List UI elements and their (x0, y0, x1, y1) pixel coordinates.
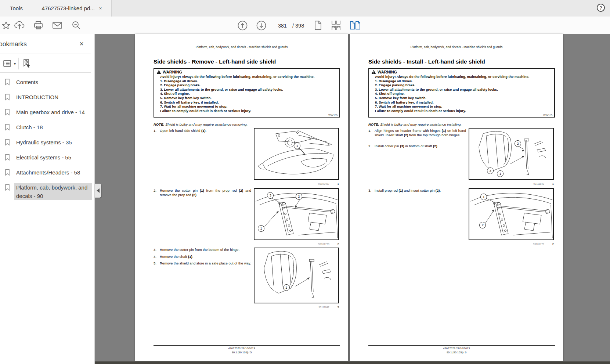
divider (368, 57, 555, 57)
page-down-icon[interactable] (255, 19, 267, 31)
bookmark-item-label: Electrical systems - 55 (14, 153, 92, 162)
warning-body: Avoid injury! Always do the following be… (369, 75, 554, 113)
warning-line: 2. Engage parking brake. (375, 83, 551, 88)
warning-box: WARNING Avoid injury! Always do the foll… (368, 68, 555, 118)
figure-caption: 93101779 2 (469, 242, 554, 246)
collapse-panel-button[interactable] (95, 184, 101, 198)
figure-caption: 93103487 1 (254, 182, 339, 185)
bookmark-icon (4, 154, 11, 163)
figure-callout: 3 (267, 192, 274, 199)
note-text: NOTE: Shield is bulky and may require as… (368, 122, 486, 126)
divider (368, 345, 555, 346)
bookmark-item-label: Clutch - 18 (14, 123, 92, 131)
warning-line: Avoid injury! Always do the following be… (160, 75, 336, 79)
warning-line: 1. Disengage all drives. (160, 79, 336, 84)
bookmark-item[interactable]: Contents (0, 75, 92, 90)
horizontal-scrollbar[interactable] (95, 361, 610, 364)
email-icon[interactable] (51, 19, 63, 31)
step-number: 4. (154, 255, 160, 259)
help-icon[interactable]: ? (597, 4, 605, 12)
tab-document-label: 47627573-linked pd... (42, 5, 95, 11)
figure-callout: 3 (487, 167, 494, 174)
figure-number: 1 (338, 182, 339, 185)
add-bookmark-icon[interactable] (21, 58, 32, 69)
bookmark-icon (4, 184, 11, 193)
footer-page-ref: 90.1 [90.105] / 5 (135, 351, 348, 354)
tab-tools-label: Tools (10, 5, 23, 11)
print-icon[interactable] (32, 19, 44, 31)
tab-tools[interactable]: Tools (0, 0, 33, 17)
bookmarks-panel: ookmarks × ▼ ContentsINTRODUCTIONMain ge… (0, 34, 95, 364)
bookmark-item[interactable]: Clutch - 18 (0, 120, 92, 136)
bookmark-item[interactable]: Main gearbox and drive - 14 (0, 105, 92, 120)
bookmark-item[interactable]: Hydraulic systems - 35 (0, 136, 92, 151)
page-up-icon[interactable] (237, 19, 248, 31)
tab-bar: Tools 47627573-linked pd... × ? (0, 0, 610, 17)
close-panel-icon[interactable]: × (77, 39, 86, 48)
figure-number: 1 (552, 182, 554, 185)
figure: 1 (254, 128, 339, 180)
step-number: 2. (368, 144, 375, 148)
bookmarks-panel-title: ookmarks (0, 40, 27, 48)
bookmark-icon (4, 139, 11, 148)
warning-line: 4. Shut off engine. (375, 92, 551, 96)
pdf-page-left: Platform, cab, bodywork, and decals - Ma… (135, 34, 348, 361)
warning-body: Avoid injury! Always do the following be… (154, 75, 339, 113)
footer-page-ref: 90.1 [90.105] / 6 (350, 351, 563, 354)
step-number: 1. (368, 129, 375, 137)
warning-line: 5. Remove key from key switch. (160, 96, 336, 101)
bookmark-item[interactable]: INTRODUCTION (0, 90, 92, 105)
zoom-icon[interactable] (71, 19, 82, 31)
page-running-header: Platform, cab, bodywork, and decals - Ma… (350, 45, 563, 49)
bookmark-icon (4, 124, 11, 133)
options-icon[interactable] (2, 58, 13, 69)
bookmark-icon (4, 169, 11, 178)
bookmark-item-label: Contents (14, 78, 92, 86)
step-number: 1. (154, 129, 160, 133)
bookmark-item-label: Attachments/Headers - 58 (14, 168, 92, 177)
page-number-input[interactable] (275, 21, 290, 30)
chevron-down-icon[interactable]: ▼ (13, 62, 17, 66)
tab-close-icon[interactable]: × (98, 6, 103, 11)
footer-doc-ref: 47627573 27/10/2013 (135, 347, 348, 350)
bookmark-icon (4, 94, 11, 103)
warning-box: WARNING Avoid injury! Always do the foll… (154, 68, 340, 118)
bookmarks-list: ContentsINTRODUCTIONMain gearbox and dri… (0, 75, 92, 203)
divider (154, 345, 340, 346)
figure-ref: 93103487 (318, 183, 329, 185)
bookmark-item[interactable]: Platform, cab, bodywork, and decals - 90 (0, 181, 92, 203)
warning-line: 3. Lower all attachments to the ground, … (160, 88, 336, 92)
tab-document[interactable]: 47627573-linked pd... × (33, 0, 112, 17)
step-number: 3. (154, 248, 160, 252)
figure-callout: 2 (479, 222, 486, 228)
warning-line: 7. Wait for all machine movement to stop… (160, 105, 336, 109)
step-text: Remove the cotter pin (1) from the prop … (160, 188, 251, 197)
bookmark-item[interactable]: Attachments/Headers - 58 (0, 166, 92, 181)
warning-icon (371, 70, 376, 74)
warning-line: 1. Disengage all drives. (375, 79, 551, 84)
divider (0, 72, 91, 73)
procedure-step: 1. Open left-hand side shield (1). (154, 129, 251, 133)
warning-line: Failure to comply could result in death … (375, 109, 551, 113)
bookmark-item-label: Main gearbox and drive - 14 (14, 108, 92, 116)
star-icon[interactable] (0, 19, 12, 31)
procedure-step: 2. Install cotter pin (3) in bottom of s… (368, 144, 466, 148)
section-title: Side shields - Remove - Left-hand side s… (154, 58, 276, 65)
warning-code: W0047A (328, 113, 338, 116)
procedure-step: 1. Align hinges on header frame with hin… (368, 129, 466, 137)
scrolling-view-icon[interactable] (330, 19, 342, 31)
bookmark-item-label: Hydraulic systems - 35 (14, 138, 92, 147)
two-page-view-icon[interactable] (349, 19, 361, 31)
note-text: NOTE: Shield is bulky and may require as… (154, 122, 271, 126)
step-number: 2. (154, 188, 160, 197)
cloud-upload-icon[interactable] (14, 19, 25, 31)
figure: 12 (469, 188, 554, 240)
figure-callout: 1 (294, 143, 300, 149)
warning-line: 6. Switch off battery key, if installed. (160, 101, 336, 105)
bookmark-item[interactable]: Electrical systems - 55 (0, 151, 92, 166)
figure-ref: 93111842 (534, 183, 544, 185)
single-page-view-icon[interactable] (312, 19, 324, 31)
bookmark-icon (4, 79, 11, 88)
warning-line: Failure to comply could result in death … (160, 109, 336, 113)
warning-line: Avoid injury! Always do the following be… (375, 75, 551, 79)
